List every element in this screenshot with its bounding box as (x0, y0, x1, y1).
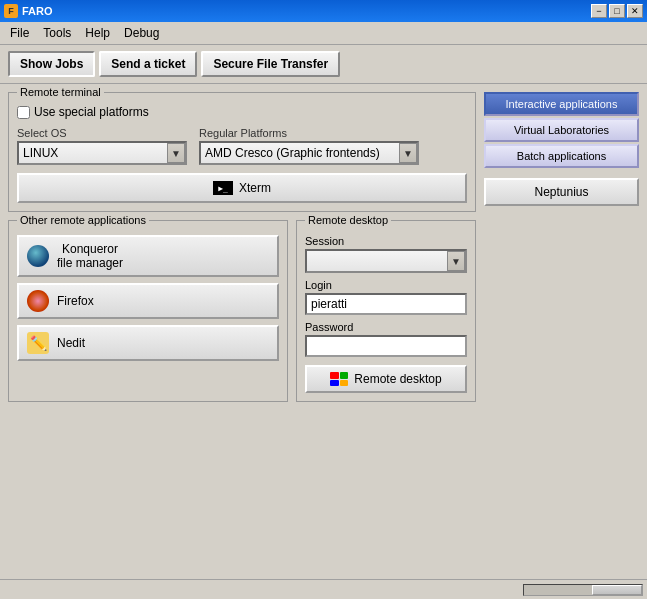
nedit-button[interactable]: ✏️ Nedit (17, 325, 279, 361)
session-label: Session (305, 235, 467, 247)
remote-apps-label: Other remote applications (17, 214, 149, 226)
batch-applications-button[interactable]: Batch applications (484, 144, 639, 168)
scrollbar-track[interactable] (523, 584, 643, 596)
windows-icon (330, 372, 348, 386)
xterm-label: Xterm (239, 181, 271, 195)
remote-desktop-form: Session ▼ Login Password (305, 235, 467, 393)
titlebar: F FARO − □ ✕ (0, 0, 647, 22)
window-controls: − □ ✕ (591, 4, 643, 18)
remote-terminal-group: Remote terminal Use special platforms Se… (8, 92, 476, 212)
xterm-button[interactable]: ▶_ Xterm (17, 173, 467, 203)
konqueror-button[interactable]: Konquerorfile manager (17, 235, 279, 277)
remote-desktop-group: Remote desktop Session ▼ Login Password (296, 220, 476, 402)
select-os-input[interactable]: LINUXWINDOWSMAC (17, 141, 187, 165)
remote-apps-group: Other remote applications Konquerorfile … (8, 220, 288, 402)
menu-debug[interactable]: Debug (118, 24, 165, 42)
select-os-wrapper: LINUXWINDOWSMAC ▼ (17, 141, 187, 165)
select-platforms-input[interactable]: AMD Cresco (Graphic frontends)Other Plat… (199, 141, 419, 165)
os-platforms-row: Select OS LINUXWINDOWSMAC ▼ Regular Plat… (17, 127, 467, 165)
toolbar: Show Jobs Send a ticket Secure File Tran… (0, 45, 647, 84)
show-jobs-button[interactable]: Show Jobs (8, 51, 95, 77)
konqueror-label: Konquerorfile manager (57, 242, 123, 270)
left-panel: Remote terminal Use special platforms Se… (8, 92, 476, 571)
scrollbar-thumb[interactable] (592, 585, 642, 595)
menubar: File Tools Help Debug (0, 22, 647, 45)
remote-desktop-button[interactable]: Remote desktop (305, 365, 467, 393)
titlebar-left: F FARO (4, 4, 53, 18)
select-platforms-wrapper: AMD Cresco (Graphic frontends)Other Plat… (199, 141, 419, 165)
firefox-label: Firefox (57, 294, 94, 308)
login-label: Login (305, 279, 467, 291)
session-select-wrapper: ▼ (305, 249, 467, 273)
firefox-icon (27, 290, 49, 312)
select-platforms-label: Regular Platforms (199, 127, 419, 139)
close-button[interactable]: ✕ (627, 4, 643, 18)
special-platforms-checkbox[interactable] (17, 106, 30, 119)
menu-tools[interactable]: Tools (37, 24, 77, 42)
remote-terminal-label: Remote terminal (17, 86, 104, 98)
send-ticket-button[interactable]: Send a ticket (99, 51, 197, 77)
statusbar (0, 579, 647, 599)
nedit-icon: ✏️ (27, 332, 49, 354)
password-input[interactable] (305, 335, 467, 357)
secure-file-transfer-button[interactable]: Secure File Transfer (201, 51, 340, 77)
nedit-label: Nedit (57, 336, 85, 350)
remote-desktop-btn-label: Remote desktop (354, 372, 441, 386)
right-panel: Interactive applications Virtual Laborat… (484, 92, 639, 571)
session-select[interactable] (305, 249, 467, 273)
menu-help[interactable]: Help (79, 24, 116, 42)
scrollbar-area[interactable] (523, 584, 643, 596)
virtual-laboratories-button[interactable]: Virtual Laboratories (484, 118, 639, 142)
app-icon: F (4, 4, 18, 18)
firefox-button[interactable]: Firefox (17, 283, 279, 319)
neptunius-button[interactable]: Neptunius (484, 178, 639, 206)
login-input[interactable] (305, 293, 467, 315)
maximize-button[interactable]: □ (609, 4, 625, 18)
special-platforms-row: Use special platforms (17, 105, 467, 119)
remote-desktop-label: Remote desktop (305, 214, 391, 226)
menu-file[interactable]: File (4, 24, 35, 42)
minimize-button[interactable]: − (591, 4, 607, 18)
apps-list: Konquerorfile manager Firefox ✏️ Nedit (17, 235, 279, 361)
bottom-row: Other remote applications Konquerorfile … (8, 220, 476, 402)
main-content: Remote terminal Use special platforms Se… (0, 84, 647, 579)
select-os-col: Select OS LINUXWINDOWSMAC ▼ (17, 127, 187, 165)
password-label: Password (305, 321, 467, 333)
interactive-applications-button[interactable]: Interactive applications (484, 92, 639, 116)
window-title: FARO (22, 5, 53, 17)
select-os-label: Select OS (17, 127, 187, 139)
konqueror-icon (27, 245, 49, 267)
special-platforms-label: Use special platforms (34, 105, 149, 119)
select-platforms-col: Regular Platforms AMD Cresco (Graphic fr… (199, 127, 419, 165)
xterm-icon: ▶_ (213, 181, 233, 195)
